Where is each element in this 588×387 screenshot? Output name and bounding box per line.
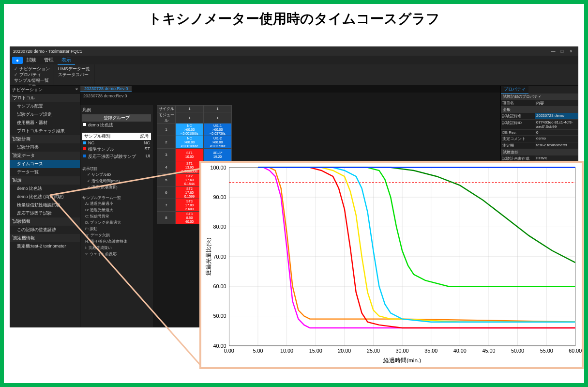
legend-panel: 凡例 登録グループ demo 比色法 サンプル種別記号 NCNC標準サンプルST…: [80, 105, 153, 327]
timecourse-chart: 0.005.0010.0015.0020.0025.0030.0035.0040…: [199, 161, 584, 369]
nav-item[interactable]: タイムコース: [10, 160, 80, 168]
menu-manage[interactable]: 管理: [40, 56, 58, 64]
document-tab[interactable]: 20230728 demo:Rev.0: [80, 86, 132, 92]
nav-item[interactable]: ⌃結論: [10, 176, 80, 185]
prop-group-general[interactable]: 全般: [501, 107, 578, 113]
alarm-item: F: 振動: [82, 226, 151, 232]
menubar: ● 試験 管理 表示: [10, 56, 578, 64]
svg-text:55.00: 55.00: [540, 348, 553, 354]
svg-text:40.00: 40.00: [213, 343, 226, 349]
property-row[interactable]: 試験記録ID077403ec-81c1-4cf8-aed7-5cb99: [501, 120, 578, 130]
nav-item[interactable]: 検量線信頼性確認試験: [10, 201, 80, 209]
legend-type-sym: 記号: [140, 133, 149, 139]
svg-text:50.00: 50.00: [511, 348, 524, 354]
prop-group-progress[interactable]: 試験進捗: [501, 149, 578, 155]
ribbon: ナビゲーション プロパティ サンプル情報一覧 表示 LIMSデーター覧 ステータ…: [10, 64, 578, 86]
ribbon-navigation[interactable]: ナビゲーション: [14, 66, 50, 72]
svg-text:70.00: 70.00: [213, 254, 226, 260]
property-row[interactable]: DB Rev.0: [501, 130, 578, 136]
svg-text:60.00: 60.00: [213, 283, 226, 289]
svg-text:35.00: 35.00: [424, 348, 437, 354]
ribbon-statusbar[interactable]: ステータスバー: [58, 72, 90, 77]
nav-item[interactable]: demo 比色法 (両方試験): [10, 193, 80, 201]
legend-type-row[interactable]: 反応干渉因子試験サンプUI: [82, 153, 151, 160]
window-title: 20230728 demo - Toximaster FQC1: [13, 49, 549, 54]
ribbon-sample-info[interactable]: サンプル情報一覧: [14, 77, 50, 83]
ribbon-lims[interactable]: LIMSデーター覧: [58, 66, 90, 72]
svg-text:80.00: 80.00: [213, 224, 226, 230]
svg-text:経過時間(min.): 経過時間(min.): [383, 357, 421, 363]
nav-item[interactable]: この記録の監査証跡: [10, 226, 80, 234]
nav-item[interactable]: プロトコルチェック結果: [10, 127, 80, 135]
menu-view[interactable]: 表示: [58, 56, 75, 65]
alarm-list-header: サンプルアラーム一覧: [82, 195, 151, 201]
svg-text:90.00: 90.00: [213, 194, 226, 200]
alarm-item: C: 恒信号異常: [82, 213, 151, 219]
navigation-panel: ナビゲーション× ⌃プロトコルサンプル配置試験グループ設定使用機器・器材プロトコ…: [10, 86, 80, 327]
svg-text:15.00: 15.00: [309, 348, 322, 354]
legend-group-item[interactable]: demo 比色法: [82, 122, 151, 129]
svg-text:30.00: 30.00: [396, 348, 409, 354]
nav-item[interactable]: 反応干渉因子試験: [10, 209, 80, 217]
breadcrumb: 20230728 demo:Rev.0: [80, 93, 500, 99]
svg-text:5.00: 5.00: [253, 348, 263, 354]
nav-item[interactable]: データ一覧: [10, 168, 80, 176]
property-row[interactable]: 試験記録名20230728 demo: [501, 113, 578, 120]
nav-item[interactable]: 試験グループ設定: [10, 110, 80, 119]
svg-text:40.00: 40.00: [453, 348, 467, 354]
prop-col-name: 項目名: [501, 100, 535, 106]
legend-header: 凡例: [82, 107, 151, 113]
nav-item[interactable]: ⌃プロトコル: [10, 94, 80, 102]
svg-text:透過光量比(%): 透過光量比(%): [205, 238, 211, 276]
nav-item[interactable]: 使用機器・器材: [10, 119, 80, 127]
alarm-item: B: 透過光量過大: [82, 207, 151, 213]
svg-text:25.00: 25.00: [367, 348, 380, 354]
nav-item[interactable]: ⌃試験計画: [10, 135, 80, 143]
window-titlebar: 20230728 demo - Toximaster FQC1 — □ ×: [10, 47, 578, 56]
nav-item[interactable]: ⌃測定データ: [10, 152, 80, 160]
property-row[interactable]: 測定コメントdemo: [501, 136, 578, 142]
minimize-button[interactable]: —: [549, 49, 557, 54]
nav-item[interactable]: サンプル配置: [10, 102, 80, 110]
property-section: 試験記録のプロパティ: [501, 93, 578, 100]
alarm-item: H: 濁り/着色/高濃度検体: [82, 238, 151, 245]
legend-group-label: 登録グループ: [82, 114, 151, 122]
menu-test[interactable]: 試験: [23, 56, 40, 64]
display-item[interactable]: ✓ 濃度(原液換算): [82, 184, 151, 190]
svg-text:50.00: 50.00: [213, 313, 226, 319]
svg-text:45.00: 45.00: [482, 348, 495, 354]
nav-item[interactable]: demo 比色法: [10, 185, 80, 193]
legend-type-row[interactable]: 標準サンプルST: [82, 146, 151, 153]
home-button[interactable]: ●: [12, 57, 23, 64]
property-row[interactable]: 測定機test-2 toxinometer: [501, 142, 578, 149]
svg-text:10.00: 10.00: [280, 348, 293, 354]
property-tab[interactable]: プロパティ: [501, 86, 528, 93]
nav-item[interactable]: ⌃測定機情報: [10, 234, 80, 242]
nav-item[interactable]: 測定機:test-2 toxinometer: [10, 242, 80, 250]
nav-item[interactable]: 試験計画書: [10, 143, 80, 152]
ribbon-property[interactable]: プロパティ: [14, 72, 50, 77]
nav-close-icon[interactable]: ×: [75, 87, 78, 93]
svg-text:100.00: 100.00: [210, 165, 226, 170]
nav-header: ナビゲーション: [12, 87, 43, 93]
alarm-item: G: データ欠損: [82, 232, 151, 238]
alarm-item: D: ブランク光量過大: [82, 219, 151, 226]
alarm-item: I: 沈殿生成疑い: [82, 245, 151, 251]
legend-type-row[interactable]: NCNC: [82, 140, 151, 146]
close-button[interactable]: ×: [567, 49, 575, 54]
svg-text:60.00: 60.00: [569, 348, 582, 354]
legend-type-label: サンプル種別: [84, 133, 110, 139]
maximize-button[interactable]: □: [558, 49, 566, 54]
page-title: トキシノメーター使用時のタイムコースグラフ: [4, 4, 584, 35]
alarm-item: ?: ウェイト前反応: [82, 251, 151, 257]
alarm-item: A: 透過光量過小: [82, 201, 151, 207]
display-items-header: 表示項目: [82, 166, 151, 171]
nav-item[interactable]: ⌃試験情報: [10, 217, 80, 226]
display-item[interactable]: ✓ 活性化時間(min): [82, 178, 151, 184]
svg-text:20.00: 20.00: [338, 348, 351, 354]
display-item[interactable]: ✓ サンプルID: [82, 171, 151, 178]
prop-col-value: 内容: [535, 100, 578, 106]
